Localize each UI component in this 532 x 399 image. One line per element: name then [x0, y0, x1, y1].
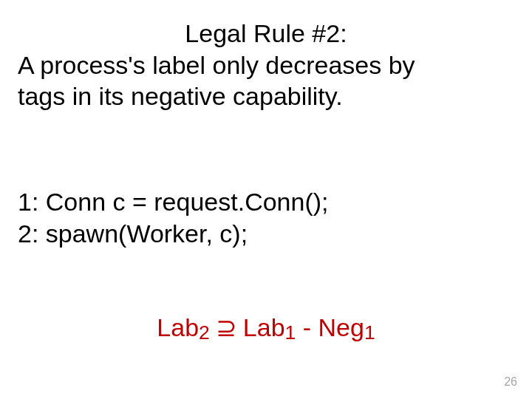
page-number: 26	[504, 375, 517, 389]
lab-a-sub: 2	[199, 321, 210, 344]
rule-body-line1: A process's label only decreases by	[18, 50, 514, 81]
lab-b-name: Lab	[243, 313, 285, 341]
formula: Lab2 ⊇ Lab1 - Neg1	[0, 312, 532, 345]
rule-body-line2: tags in its negative capability.	[18, 81, 514, 112]
code-block: 1: Conn c = request.Conn(); 2: spawn(Wor…	[18, 186, 514, 249]
slide: Legal Rule #2: A process's label only de…	[0, 0, 532, 399]
minus-symbol: -	[296, 313, 318, 341]
rule-title: Legal Rule #2:	[18, 18, 514, 50]
neg-name: Neg	[318, 313, 364, 341]
neg-sub: 1	[364, 321, 375, 344]
lab-a-name: Lab	[157, 313, 199, 341]
lab-b-sub: 1	[285, 321, 296, 344]
code-line-1: 1: Conn c = request.Conn();	[18, 186, 514, 218]
superset-symbol: ⊇	[210, 314, 243, 341]
code-line-2: 2: spawn(Worker, c);	[18, 218, 514, 250]
rule-block: Legal Rule #2: A process's label only de…	[18, 18, 514, 112]
